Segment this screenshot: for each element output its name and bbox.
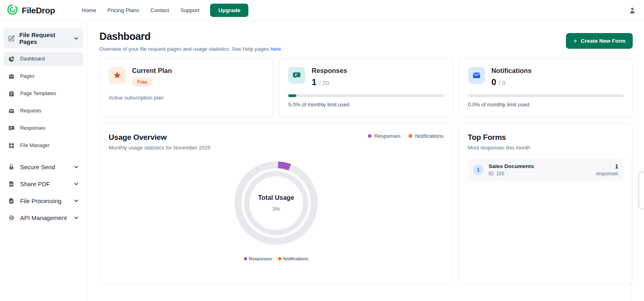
- chevron-down-icon: [73, 35, 79, 42]
- nav-link-contact[interactable]: Contact: [151, 7, 169, 13]
- notifications-title: Notifications: [491, 67, 532, 75]
- sidebar-group-api-management[interactable]: API Management: [4, 210, 83, 225]
- usage-overview-card: Usage Overview Monthly usage statistics …: [99, 123, 453, 284]
- notifications-limit: / 0: [499, 79, 506, 86]
- brand-logo[interactable]: FileDrop: [6, 4, 55, 17]
- responses-percent-label: 5.0% of monthly limit used: [288, 102, 444, 108]
- top-forms-list: 1Sales DocumentsID: 1051responses: [468, 159, 623, 181]
- page-subtitle-text: Overview of your file request pages and …: [99, 46, 270, 52]
- form-response-count: 1: [596, 163, 618, 170]
- usage-overview-title: Usage Overview: [109, 133, 211, 142]
- nav-link-home[interactable]: Home: [82, 7, 96, 13]
- sidebar-group-share-pdf[interactable]: PDFShare PDF: [4, 176, 83, 191]
- chevron-down-icon: [73, 181, 79, 187]
- sidebar-group-label: File Request Pages: [19, 31, 69, 45]
- top-form-row-sales-documents[interactable]: 1Sales DocumentsID: 1051responses: [468, 159, 623, 181]
- sidebar-item-file-manager[interactable]: File Manager: [4, 139, 83, 152]
- lock-icon: [8, 163, 15, 170]
- donut-center-label: Total Usage 3%: [233, 160, 319, 246]
- stats-row: Current Plan Free Active subscription pl…: [99, 58, 633, 117]
- chevron-down-icon: [73, 215, 79, 221]
- sidebar-group-label: File Processing: [20, 197, 62, 204]
- sidebar-item-requests[interactable]: Requests: [4, 104, 83, 118]
- brand-name: FileDrop: [22, 6, 55, 15]
- mail-icon: [8, 107, 15, 114]
- usage-donut-chart: Total Usage 3% ResponsesNotifications: [109, 160, 444, 261]
- current-plan-card: Current Plan Free Active subscription pl…: [99, 58, 273, 117]
- notifications-value: 0: [491, 77, 496, 87]
- legend-dot: [278, 257, 281, 260]
- page-title: Dashboard: [99, 31, 283, 42]
- sidebar-item-dashboard[interactable]: Dashboard: [4, 52, 83, 66]
- notifications-card: Notifications 0 / 0 0.0% of monthly limi…: [459, 58, 633, 117]
- legend-dot: [368, 134, 372, 138]
- bottom-row: Usage Overview Monthly usage statistics …: [99, 123, 633, 284]
- grid-icon: [8, 142, 15, 149]
- scrollbar-thumb[interactable]: [638, 171, 644, 210]
- notifications-percent-label: 0.0% of monthly limit used: [468, 102, 623, 108]
- top-forms-card: Top Forms Most responses this month 1Sal…: [458, 123, 633, 284]
- star-icon: [109, 67, 126, 84]
- responses-limit: / 20: [319, 79, 329, 86]
- sidebar-item-responses[interactable]: Responses: [4, 121, 83, 135]
- sidebar-groups: Secure SendPDFShare PDFFile ProcessingAP…: [4, 160, 83, 225]
- top-forms-subtitle: Most responses this month: [468, 145, 623, 151]
- sidebar-item-page-templates[interactable]: Page Templates: [4, 87, 83, 100]
- page-header-text: Dashboard Overview of your file request …: [99, 31, 283, 52]
- nav-link-support[interactable]: Support: [180, 7, 199, 13]
- sidebar-item-label: Dashboard: [20, 56, 45, 62]
- nav-link-pricing-plans[interactable]: Pricing Plans: [107, 7, 139, 13]
- legend-item-notifications: Notifications: [409, 133, 444, 139]
- rank-badge: 1: [473, 165, 483, 175]
- plan-badge: Free: [132, 78, 153, 87]
- sidebar-group-file-processing[interactable]: File Processing: [4, 193, 83, 208]
- top-navigation-bar: FileDrop HomePricing PlansContactSupport…: [0, 0, 644, 21]
- create-new-form-button[interactable]: + Create New Form: [566, 33, 633, 49]
- legend-dot: [409, 134, 412, 138]
- donut-center-title: Total Usage: [258, 194, 294, 201]
- sidebar-item-label: File Manager: [20, 143, 50, 148]
- usage-overview-subtitle: Monthly usage statistics for November 20…: [109, 145, 211, 151]
- chevron-down-icon: [73, 164, 79, 170]
- sidebar-item-label: Responses: [20, 125, 45, 131]
- responses-card: Responses 1 / 20 5.0% of monthly limit u…: [279, 58, 453, 117]
- chevron-down-icon: [73, 198, 79, 204]
- sidebar-group-secure-send[interactable]: Secure Send: [4, 160, 83, 174]
- sidebar-group-label: Share PDF: [20, 181, 50, 187]
- sidebar-item-pages[interactable]: Pages: [4, 69, 83, 83]
- form-id: ID: 105: [489, 171, 591, 176]
- donut-center-value: 3%: [272, 206, 280, 212]
- chat-icon: [8, 125, 15, 132]
- user-account-button[interactable]: [628, 6, 637, 15]
- legend-dot: [244, 257, 247, 260]
- legend-item-responses: Responses: [368, 133, 400, 139]
- page-subtitle: Overview of your file request pages and …: [99, 46, 283, 52]
- plus-icon: +: [573, 37, 577, 44]
- usage-header-legend: ResponsesNotifications: [368, 133, 444, 139]
- nav-links: HomePricing PlansContactSupport: [82, 7, 200, 13]
- top-forms-title: Top Forms: [468, 133, 623, 142]
- notifications-progress-bar: [468, 94, 623, 97]
- page-subtitle-period: .: [281, 46, 283, 52]
- sidebar-item-label: Page Templates: [20, 91, 56, 96]
- template-icon: [8, 90, 15, 97]
- mail-icon: [468, 67, 485, 84]
- responses-progress-fill: [288, 94, 296, 97]
- sidebar-item-label: Requests: [20, 108, 41, 114]
- upgrade-button[interactable]: Upgrade: [210, 4, 248, 17]
- responses-value: 1: [312, 77, 316, 87]
- pie-icon: [8, 55, 15, 62]
- plan-description: Active subscription plan: [109, 95, 264, 101]
- sidebar-group-label: API Management: [20, 214, 67, 221]
- sidebar-items: DashboardPagesPage TemplatesRequestsResp…: [4, 52, 83, 152]
- main-content: Dashboard Overview of your file request …: [87, 21, 644, 301]
- page-header: Dashboard Overview of your file request …: [93, 31, 633, 52]
- process-icon: [8, 197, 15, 204]
- help-pages-link[interactable]: here: [270, 46, 281, 52]
- responses-title: Responses: [312, 67, 347, 75]
- gear-icon: [8, 214, 15, 221]
- user-icon: [628, 6, 637, 15]
- sidebar-item-label: Pages: [20, 73, 34, 79]
- sidebar: File Request Pages DashboardPagesPage Te…: [0, 21, 87, 301]
- sidebar-group-file-request-pages[interactable]: File Request Pages: [4, 28, 83, 48]
